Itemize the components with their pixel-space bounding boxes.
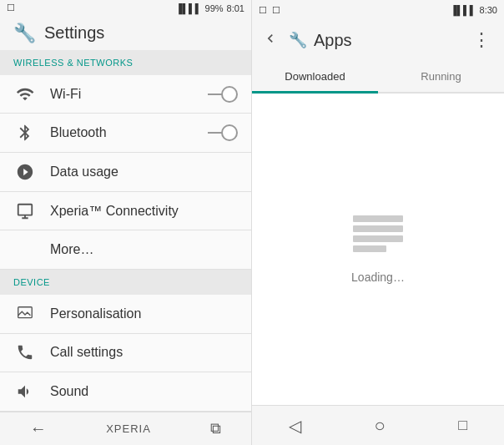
left-time: 8:01 (227, 3, 244, 13)
menu-item-call-settings[interactable]: Call settings (0, 334, 251, 373)
menu-item-more[interactable]: More… (0, 230, 251, 270)
right-back-button[interactable]: ◁ (275, 409, 315, 442)
right-recent-square-icon: □ (458, 417, 467, 434)
home-button[interactable]: XPERIA (93, 416, 164, 442)
personalisation-label: Personalisation (50, 306, 238, 321)
more-label: More… (50, 242, 238, 257)
loading-line-2 (353, 225, 403, 232)
section-device: DEVICE (0, 270, 251, 295)
back-arrow-icon: ← (30, 419, 47, 438)
signal-icon: ▐▌▌▌ (175, 3, 201, 13)
personalisation-icon (13, 302, 37, 326)
tab-running-label: Running (421, 70, 461, 83)
home-label: XPERIA (106, 422, 151, 435)
call-settings-icon (13, 341, 37, 364)
call-settings-label: Call settings (50, 345, 238, 360)
left-status-bar: ☐ ▐▌▌▌ 99% 8:01 (0, 0, 251, 17)
right-bottom-nav: ◁ ○ □ (252, 405, 504, 445)
menu-item-wifi[interactable]: Wi-Fi (0, 75, 251, 114)
notification-icon: ☐ (7, 3, 15, 13)
recent-button[interactable]: ⧉ (197, 413, 234, 444)
left-panel: ☐ ▐▌▌▌ 99% 8:01 🔧 Settings WIRELESS & NE… (0, 0, 252, 445)
right-title: Apps (314, 31, 352, 50)
loading-line-3 (353, 235, 403, 242)
tabs-bar: Downloaded Running (252, 60, 504, 94)
right-panel: ☐ ☐ ▐▌▌▌ 8:30 🔧 Apps ⋮ Downloaded Runnin… (252, 0, 504, 445)
tab-downloaded[interactable]: Downloaded (252, 60, 378, 92)
apps-settings-icon: 🔧 (289, 31, 307, 49)
wifi-icon (13, 83, 37, 106)
right-screen2-icon: ☐ (272, 5, 280, 16)
menu-item-bluetooth[interactable]: Bluetooth (0, 114, 251, 153)
loading-icon (353, 215, 403, 257)
svg-rect-1 (18, 307, 33, 318)
right-screen-icon: ☐ (259, 5, 267, 16)
left-status-right: ▐▌▌▌ 99% 8:01 (175, 3, 244, 13)
more-options-icon[interactable]: ⋮ (466, 29, 497, 51)
right-header-left: 🔧 Apps (259, 28, 352, 52)
menu-item-personalisation[interactable]: Personalisation (0, 295, 251, 334)
right-recent-button[interactable]: □ (445, 410, 481, 441)
menu-item-sound[interactable]: Sound (0, 372, 251, 412)
svg-rect-0 (18, 204, 33, 215)
right-status-bar: ☐ ☐ ▐▌▌▌ 8:30 (252, 0, 504, 20)
tab-running[interactable]: Running (378, 60, 504, 92)
right-back-arrow-icon: ◁ (289, 416, 301, 436)
bluetooth-icon (13, 121, 37, 144)
tab-downloaded-label: Downloaded (285, 70, 345, 83)
right-status-right: ▐▌▌▌ 8:30 (450, 5, 497, 15)
section-wireless-label: WIRELESS & NETWORKS (13, 58, 133, 68)
right-signal-icon: ▐▌▌▌ (450, 5, 476, 15)
left-title: Settings (44, 23, 104, 43)
right-home-button[interactable]: ○ (360, 408, 398, 443)
sound-label: Sound (50, 384, 238, 399)
loading-text: Loading… (351, 271, 405, 284)
loading-line-1 (353, 215, 403, 222)
right-app-header: 🔧 Apps ⋮ (252, 20, 504, 60)
bluetooth-label: Bluetooth (50, 125, 194, 140)
right-time: 8:30 (480, 5, 497, 15)
section-device-label: DEVICE (13, 277, 50, 287)
recent-icon: ⧉ (210, 420, 221, 437)
loading-line-4 (353, 245, 386, 252)
right-content-area: Loading… (252, 94, 504, 405)
wifi-toggle[interactable] (208, 86, 238, 103)
right-home-circle-icon: ○ (374, 415, 385, 437)
sound-icon (13, 380, 37, 403)
right-back-icon[interactable] (259, 28, 282, 52)
menu-item-xperia-connectivity[interactable]: Xperia™ Connectivity (0, 192, 251, 231)
xperia-connectivity-label: Xperia™ Connectivity (50, 204, 238, 219)
data-usage-icon (13, 160, 37, 184)
left-app-header: 🔧 Settings (0, 17, 251, 50)
data-usage-label: Data usage (50, 164, 238, 180)
bluetooth-toggle[interactable] (208, 124, 238, 141)
right-status-icons: ☐ ☐ (259, 5, 280, 16)
section-wireless-networks: WIRELESS & NETWORKS (0, 50, 251, 75)
settings-wrench-icon: 🔧 (13, 23, 36, 44)
back-button[interactable]: ← (17, 412, 60, 445)
battery-indicator: 99% (205, 3, 224, 13)
xperia-icon (13, 200, 37, 223)
wifi-label: Wi-Fi (50, 87, 194, 102)
more-icon (13, 238, 37, 261)
left-bottom-nav: ← XPERIA ⧉ (0, 412, 251, 445)
left-status-icons: ☐ (7, 3, 15, 13)
menu-item-data-usage[interactable]: Data usage (0, 153, 251, 192)
